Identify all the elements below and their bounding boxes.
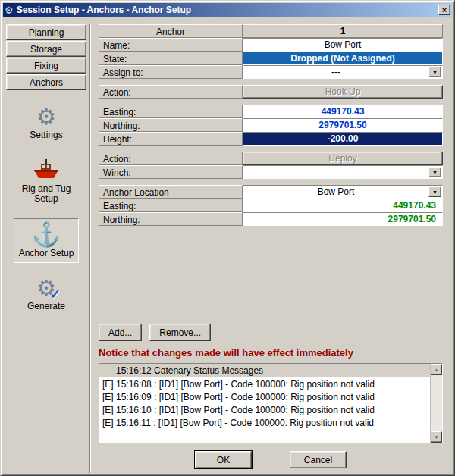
anchor-setup-panel: Anchor 1 Name: Bow Port State: Dropped (… <box>93 24 452 473</box>
add-remove-row: Add... Remove... <box>99 324 443 341</box>
location-easting-row: Easting: 449170.43 <box>99 199 443 212</box>
easting-label: Easting: <box>99 105 243 118</box>
assign-to-label: Assign to: <box>99 65 243 79</box>
anchor-location-dropdown[interactable]: Bow Port ▼ <box>243 185 443 199</box>
anchor-column-header: Anchor <box>99 24 243 38</box>
sidebar: Planning Storage Fixing Anchors ⚙ Settin… <box>3 24 88 473</box>
name-label: Name: <box>99 38 243 52</box>
height-row: Height: -200.00 <box>99 132 443 146</box>
footer-buttons: OK Cancel <box>99 451 443 468</box>
status-message: [E] 15:16:11 : [ID1] [Bow Port] - Code 1… <box>99 416 430 429</box>
location-northing-label: Northing: <box>99 212 243 226</box>
sidebar-item-label: Anchor Setup <box>19 249 74 258</box>
winch-label: Winch: <box>99 165 243 179</box>
northing-label: Northing: <box>99 118 243 132</box>
remove-button[interactable]: Remove... <box>149 324 211 341</box>
easting-row: Easting: 449170.43 <box>99 105 443 118</box>
window-title: Session Setup - Anchors - Anchor Setup <box>17 5 438 15</box>
spacer <box>99 79 443 85</box>
anchor-location-row: Anchor Location Bow Port ▼ <box>99 185 443 199</box>
tugboat-icon <box>33 159 60 182</box>
height-value: -200.00 <box>243 132 443 146</box>
action-deploy-label: Action: <box>99 152 243 165</box>
sidebar-item-rig-and-tug-setup[interactable]: Rig and Tug Setup <box>6 155 86 208</box>
sidebar-tab-storage[interactable]: Storage <box>6 41 86 57</box>
chevron-down-icon: ▼ <box>432 70 438 75</box>
scrollbar[interactable]: ▲ ▼ <box>430 364 442 443</box>
name-value: Bow Port <box>243 38 443 52</box>
action-deploy-row: Action: Deploy <box>99 152 443 165</box>
vertical-divider <box>89 24 91 473</box>
height-label: Height: <box>99 132 243 146</box>
location-northing-row: Northing: 2979701.50 <box>99 212 443 226</box>
assign-to-dropdown[interactable]: --- ▼ <box>243 65 443 79</box>
location-easting-label: Easting: <box>99 199 243 212</box>
arrow-down-icon: ▼ <box>435 435 439 440</box>
sidebar-nav: ⚙ Settings Rig and Tug <box>6 102 86 316</box>
anchor-location-dropdown-button[interactable]: ▼ <box>428 186 441 197</box>
check-icon: ✓ <box>50 288 61 301</box>
status-log-header: 15:16:12 Catenary Status Messages <box>99 364 430 377</box>
state-label: State: <box>99 52 243 65</box>
sidebar-tab-fixing[interactable]: Fixing <box>6 58 86 74</box>
spacer <box>99 179 443 185</box>
winch-dropdown-button[interactable]: ▼ <box>428 167 441 177</box>
scroll-up-button[interactable]: ▲ <box>431 364 442 375</box>
spacer <box>99 99 443 105</box>
close-button[interactable]: × <box>438 5 450 15</box>
add-button[interactable]: Add... <box>99 324 142 341</box>
anchor-number-header: 1 <box>243 24 443 38</box>
client-area: Planning Storage Fixing Anchors ⚙ Settin… <box>3 17 452 473</box>
immediate-effect-notice: Notice that changes made will have effec… <box>99 347 443 359</box>
anchor-icon: ⚓ <box>32 223 61 246</box>
sidebar-item-settings[interactable]: ⚙ Settings <box>24 102 67 145</box>
scrollbar-track[interactable] <box>431 375 442 431</box>
hook-up-button[interactable]: Hook Up <box>243 85 443 99</box>
deploy-button[interactable]: Deploy <box>243 152 443 165</box>
assign-to-dropdown-button[interactable]: ▼ <box>428 67 441 77</box>
sidebar-item-label: Settings <box>30 130 62 140</box>
sidebar-tab-anchors[interactable]: Anchors <box>6 74 86 90</box>
spacer <box>99 146 443 152</box>
scroll-down-button[interactable]: ▼ <box>431 431 442 443</box>
sidebar-item-label: Generate <box>27 302 65 312</box>
status-message: [E] 15:16:10 : [ID1] [Bow Port] - Code 1… <box>99 403 430 416</box>
ok-button[interactable]: OK <box>195 451 252 468</box>
northing-row: Northing: 2979701.50 <box>99 118 443 132</box>
app-icon: ⚙ <box>5 5 14 15</box>
sidebar-item-label: Rig and Tug Setup <box>11 184 81 204</box>
session-setup-window: ⚙ Session Setup - Anchors - Anchor Setup… <box>0 0 455 476</box>
sidebar-tab-planning[interactable]: Planning <box>6 24 86 40</box>
status-message: [E] 15:16:09 : [ID1] [Bow Port] - Code 1… <box>99 390 430 403</box>
chevron-down-icon: ▼ <box>432 189 438 195</box>
action-hookup-label: Action: <box>99 85 243 99</box>
northing-value: 2979701.50 <box>243 118 443 132</box>
anchor-location-value: Bow Port <box>318 186 355 197</box>
cancel-button[interactable]: Cancel <box>290 451 347 468</box>
table-header-row: Anchor 1 <box>99 24 443 38</box>
status-message: [E] 15:16:08 : [ID1] [Bow Port] - Code 1… <box>99 377 430 390</box>
easting-value: 449170.43 <box>243 105 443 118</box>
catenary-status-listbox[interactable]: 15:16:12 Catenary Status Messages [E] 15… <box>99 363 443 443</box>
state-row: State: Dropped (Not Assigned) <box>99 52 443 65</box>
arrow-up-icon: ▲ <box>435 368 439 372</box>
location-easting-value: 449170.43 <box>243 199 443 212</box>
location-northing-value: 2979701.50 <box>243 212 443 226</box>
spacer <box>99 226 443 324</box>
name-row: Name: Bow Port <box>99 38 443 52</box>
titlebar: ⚙ Session Setup - Anchors - Anchor Setup… <box>3 3 452 17</box>
winch-row: Winch: ▼ <box>99 165 443 179</box>
winch-dropdown[interactable]: ▼ <box>243 165 443 179</box>
state-badge: Dropped (Not Assigned) <box>243 52 443 65</box>
anchor-location-label: Anchor Location <box>99 185 243 199</box>
assign-to-value: --- <box>331 67 340 77</box>
gear-check-icon: ⚙✓ <box>36 277 56 299</box>
status-messages: 15:16:12 Catenary Status Messages [E] 15… <box>99 364 430 443</box>
close-icon: × <box>442 6 447 14</box>
assign-to-row: Assign to: --- ▼ <box>99 65 443 79</box>
sidebar-item-generate[interactable]: ⚙✓ Generate <box>22 273 71 316</box>
sidebar-item-anchor-setup[interactable]: ⚓ Anchor Setup <box>14 218 80 263</box>
chevron-down-icon: ▼ <box>432 170 438 175</box>
settings-gear-icon: ⚙ <box>36 106 56 128</box>
action-hookup-row: Action: Hook Up <box>99 85 443 99</box>
